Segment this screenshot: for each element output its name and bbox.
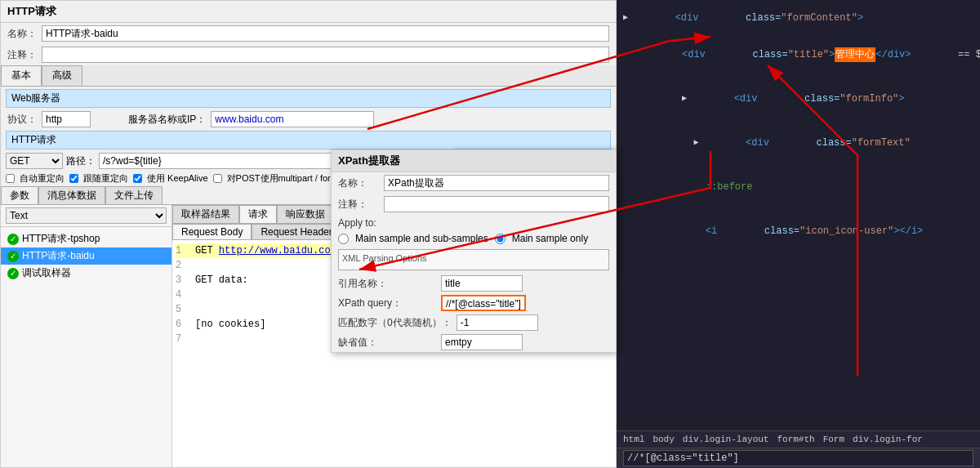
editor-line-1: ▶ <div class= "formContent" > — [623, 3, 973, 33]
code-content-3: GET data: — [195, 273, 248, 287]
name-input[interactable] — [42, 25, 609, 42]
match-no-row: 匹配数字（0代表随机）： -1 — [332, 313, 616, 332]
xpath-comment-row: 注释： — [332, 194, 616, 215]
tag-close-2: > — [829, 47, 835, 62]
tree-items: ✓ HTTP请求-tpshop ✓ HTTP请求-baidu ✓ 调试取样器 — [1, 227, 172, 467]
follow-redirect-checkbox[interactable] — [69, 174, 78, 183]
attr-class-3: class= — [804, 91, 840, 106]
tree-item-label-debug: 调试取样器 — [22, 266, 71, 280]
comment-row: 注释： — [1, 44, 616, 65]
toolbar-Form[interactable]: Form — [823, 435, 844, 444]
editor-line-2: <div class= "title" > 管理中心 </div> == $0 — [623, 33, 973, 77]
attr-val-2: "title" — [788, 47, 829, 62]
comment-input[interactable] — [42, 47, 609, 63]
attr-class-4: class= — [816, 136, 851, 150]
tab-response[interactable]: 响应数据 — [277, 205, 334, 223]
xpath-name-input[interactable] — [384, 175, 609, 191]
tab-files[interactable]: 文件上传 — [105, 186, 163, 204]
xpath-query-value[interactable]: //*[@class="title"] — [441, 295, 526, 311]
server-label: 服务器名称或IP： — [128, 113, 206, 127]
xpath-comment-input[interactable] — [384, 196, 609, 212]
end-tag-2: </div> — [875, 47, 911, 62]
tab-params[interactable]: 参数 — [1, 186, 38, 204]
i-class: class= — [764, 224, 800, 238]
before-pseudo: ::before — [706, 180, 753, 194]
ref-name-value: title — [441, 275, 523, 292]
protocol-input[interactable] — [42, 111, 91, 127]
i-tag: <i — [706, 224, 717, 238]
keep-alive-checkbox[interactable] — [133, 174, 142, 183]
tree-item-debug[interactable]: ✓ 调试取样器 — [1, 265, 172, 282]
tab-basic[interactable]: 基本 — [1, 65, 42, 86]
xpath-comment-label: 注释： — [338, 198, 379, 212]
name-label: 名称： — [7, 27, 37, 41]
match-no-label: 匹配数字（0代表随机）： — [338, 316, 452, 330]
toolbar-body[interactable]: body — [653, 435, 674, 444]
default-value: emtpy — [441, 334, 523, 350]
protocol-row: 协议： 服务器名称或IP： — [1, 109, 616, 129]
server-input[interactable] — [211, 111, 374, 127]
multipart-checkbox[interactable] — [213, 174, 222, 183]
xml-parsing-label: XML Parsing Options — [342, 253, 605, 263]
tag-close-1: > — [858, 11, 863, 25]
default-label: 缺省值： — [338, 336, 436, 350]
line-num-5: 5 — [176, 302, 189, 317]
expand-triangle-3[interactable]: ▶ — [682, 91, 687, 106]
xpath-extractor-panel: XPath提取器 名称： 注释： Apply to: Main sample a… — [331, 149, 617, 353]
panel-title: HTTP请求 — [1, 1, 616, 23]
http-request-section-label: HTTP请求 — [6, 131, 611, 149]
tree-item-baidu[interactable]: ✓ HTTP请求-baidu — [1, 247, 172, 265]
tree-panel: Text ✓ HTTP请求-tpshop ✓ HTTP请求-baidu ✓ 调试… — [1, 205, 172, 467]
tab-body[interactable]: 消息体数据 — [38, 186, 105, 204]
attr-class-1: class= — [746, 11, 781, 25]
keep-alive-label: 使用 KeepAlive — [147, 172, 208, 185]
tag-close-3: > — [898, 91, 904, 106]
xml-parsing-section: XML Parsing Options — [338, 249, 609, 270]
toolbar-div-login-for[interactable]: div.login-for — [853, 435, 923, 444]
tab-advanced[interactable]: 高级 — [42, 65, 82, 86]
line-num-3: 3 — [176, 273, 189, 287]
xpath-query-row: XPath query： //*[@class="title"] — [332, 293, 616, 313]
toolbar-form[interactable]: form#th — [777, 435, 814, 444]
tree-filter-select[interactable]: Text — [6, 207, 167, 224]
radio-main-sub-label: Main sample and sub-samples — [355, 233, 488, 244]
tab-request-body[interactable]: Request Body — [172, 224, 252, 239]
radio-main-only-label: Main sample only — [512, 233, 588, 244]
xpath-name-label: 名称： — [338, 176, 379, 190]
radio-main-sub[interactable] — [338, 234, 349, 244]
code-content-6: [no cookies] — [195, 317, 265, 332]
xpath-name-row: 名称： — [332, 172, 616, 194]
toolbar-html[interactable]: html — [623, 435, 644, 444]
radio-main-only[interactable] — [495, 234, 506, 244]
path-label: 路径： — [66, 154, 96, 168]
tab-sampler-result[interactable]: 取样器结果 — [172, 205, 239, 223]
expand-triangle-1[interactable]: ▶ — [623, 11, 628, 25]
tab-request[interactable]: 请求 — [239, 205, 277, 223]
line-num-7: 7 — [176, 332, 189, 346]
tree-item-label-tpshop: HTTP请求-tpshop — [22, 232, 100, 246]
webserver-section-label: Web服务器 — [6, 89, 611, 108]
attr-val-3: "formInfo" — [840, 91, 898, 106]
eq-marker: == $0 — [958, 47, 980, 62]
editor-line-3: ▶ <div class= "formInfo" > — [623, 77, 973, 121]
expand-triangle-4[interactable]: ▶ — [693, 136, 698, 150]
line-num-6: 6 — [176, 317, 189, 332]
sampler-icon-debug: ✓ — [7, 268, 19, 279]
editor-line-6: <i class= "icon_icon-user" ></i> — [623, 209, 973, 253]
auto-redirect-checkbox[interactable] — [6, 174, 15, 183]
auto-redirect-label: 自动重定向 — [20, 172, 65, 185]
selected-text: 管理中心 — [835, 47, 875, 62]
xpath-panel-title: XPath提取器 — [332, 150, 616, 172]
tree-item-tpshop[interactable]: ✓ HTTP请求-tpshop — [1, 230, 172, 247]
main-tabs: 基本 高级 — [1, 65, 616, 87]
xpath-bar-input[interactable] — [623, 450, 973, 466]
ref-name-row: 引用名称： title — [332, 274, 616, 293]
div-tag-2: <div — [682, 47, 706, 62]
toolbar-div-login[interactable]: div.login-layout — [683, 435, 769, 444]
method-select[interactable]: GET POST — [6, 153, 63, 169]
line-num-1: 1 — [176, 243, 189, 258]
match-no-value: -1 — [457, 314, 538, 331]
line-num-4: 4 — [176, 287, 189, 302]
name-row: 名称： — [1, 23, 616, 44]
code-editor: ▶ <div class= "formContent" > <div class… — [617, 0, 980, 430]
